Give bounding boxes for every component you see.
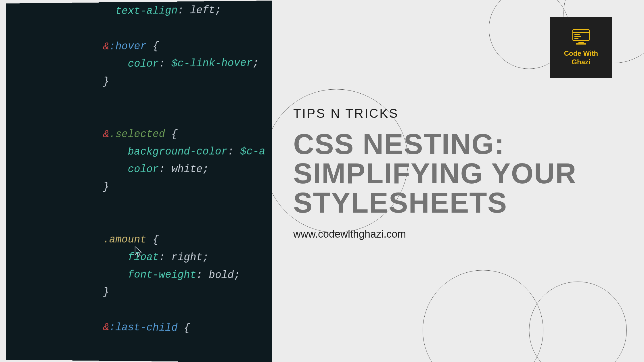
brand-name: Code With Ghazi — [564, 49, 598, 66]
code-token: $c-a — [240, 146, 265, 157]
code-token: right — [171, 251, 203, 263]
svg-rect-2 — [574, 34, 580, 35]
subtitle: TIPS N TRICKS — [293, 106, 610, 121]
code-token: & — [103, 128, 109, 140]
website-url: www.codewithghazi.com — [293, 228, 610, 240]
code-token: & — [103, 321, 109, 333]
svg-rect-4 — [574, 38, 578, 39]
svg-rect-3 — [574, 36, 581, 37]
code-token: font-weight — [128, 269, 196, 281]
computer-icon — [571, 28, 591, 45]
brand-name-line: Code With — [564, 49, 598, 57]
code-token: :hover — [109, 40, 146, 52]
code-token: .selected — [109, 128, 165, 140]
decorative-circle — [423, 270, 543, 362]
code-token: text-align — [115, 5, 177, 17]
content-panel: TIPS N TRICKS CSS NESTING: SIMPLIFYING Y… — [293, 106, 610, 240]
svg-rect-6 — [576, 43, 586, 45]
code-token: left — [190, 4, 215, 16]
brand-logo: Code With Ghazi — [550, 17, 612, 78]
code-token: $c-link-hover — [171, 57, 253, 70]
code-token: bold — [209, 269, 234, 281]
code-token: .amount — [103, 234, 146, 245]
code-token: white — [171, 163, 203, 175]
code-token: & — [103, 41, 109, 52]
code-snippet-panel: padding: 4px 6px; text-align: left; &:ho… — [6, 1, 272, 362]
code-token: :last-child — [109, 321, 178, 334]
brand-name-line: Ghazi — [572, 58, 590, 66]
svg-rect-5 — [578, 42, 584, 43]
code-token: color — [128, 163, 159, 175]
decorative-circle — [529, 282, 627, 362]
code-token: background-color — [128, 146, 227, 158]
code-token: float — [128, 251, 159, 263]
code-block: padding: 4px 6px; text-align: left; &:ho… — [103, 1, 272, 338]
code-token: color — [128, 58, 159, 70]
headline: CSS NESTING: SIMPLIFYING YOUR STYLESHEET… — [293, 129, 610, 217]
